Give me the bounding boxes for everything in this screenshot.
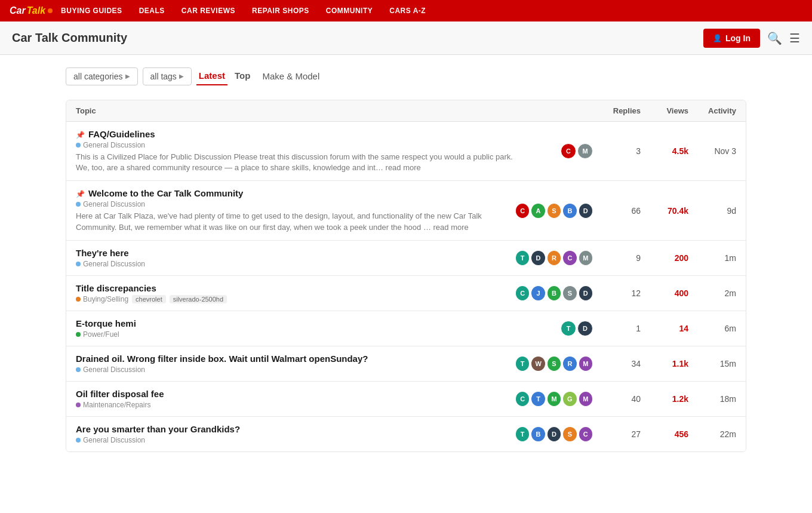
- table-row: E-torque hemi Power/Fuel T D 1 14 6m: [66, 311, 746, 346]
- col-activity: Activity: [688, 106, 736, 115]
- topic-category[interactable]: Power/Fuel: [76, 330, 119, 339]
- topic-title[interactable]: Are you smarter than your Grandkids?: [76, 424, 240, 434]
- avatar: D: [531, 250, 545, 266]
- avatars-cell: T B D S C: [515, 426, 593, 442]
- avatar: G: [562, 391, 577, 407]
- topic-category[interactable]: Maintenance/Repairs: [76, 401, 150, 409]
- avatar: C: [515, 391, 530, 407]
- avatar: S: [562, 426, 577, 442]
- site-logo[interactable]: Car Talk: [10, 5, 53, 16]
- table-row: They're here General Discussion T D R C …: [66, 241, 746, 276]
- avatars-cell: C A S B D: [515, 203, 593, 219]
- topic-cell: Drained oil. Wrong filter inside box. Wa…: [76, 354, 515, 374]
- replies-cell: 3: [593, 146, 641, 156]
- avatar: M: [579, 356, 593, 371]
- avatar: B: [547, 285, 561, 301]
- topic-title[interactable]: Welcome to the Car Talk Community: [88, 188, 244, 198]
- activity-cell: 2m: [688, 288, 736, 298]
- avatars-cell: C T M G M: [515, 391, 593, 407]
- login-button[interactable]: Log In: [703, 29, 760, 48]
- tab-latest[interactable]: Latest: [196, 67, 227, 85]
- search-icon[interactable]: 🔍: [767, 31, 782, 45]
- replies-cell: 66: [593, 206, 641, 216]
- table-row: Drained oil. Wrong filter inside box. Wa…: [66, 346, 746, 382]
- topic-category[interactable]: Buying/Selling: [76, 295, 128, 303]
- views-cell: 400: [641, 288, 688, 298]
- avatar: T: [515, 250, 530, 266]
- views-cell: 70.4k: [641, 206, 688, 216]
- topic-category[interactable]: General Discussion: [76, 200, 145, 208]
- avatar: B: [562, 203, 577, 219]
- avatar: C: [561, 143, 576, 159]
- avatar: M: [579, 250, 593, 266]
- topic-cell: Oil filter disposal fee Maintenance/Repa…: [76, 389, 515, 409]
- sub-header: Car Talk Community Log In 🔍 ☰: [0, 21, 812, 55]
- topic-tag: chevrolet: [132, 295, 166, 303]
- main-content: all categories ▶ all tags ▶ Latest Top M…: [54, 55, 758, 464]
- topic-cell: Title discrepancies Buying/Selling chevr…: [76, 283, 515, 303]
- topic-cell: Are you smarter than your Grandkids? Gen…: [76, 424, 515, 444]
- avatars-cell: C M: [515, 143, 593, 159]
- table-header: Topic Replies Views Activity: [66, 100, 746, 122]
- topic-category[interactable]: General Discussion: [76, 141, 145, 149]
- replies-cell: 27: [593, 429, 641, 439]
- avatar: M: [577, 143, 593, 159]
- topic-cell: E-torque hemi Power/Fuel: [76, 318, 515, 339]
- nav-community[interactable]: COMMUNITY: [318, 7, 382, 15]
- topic-title[interactable]: Drained oil. Wrong filter inside box. Wa…: [76, 354, 368, 364]
- avatar: D: [579, 203, 593, 219]
- avatar: C: [515, 285, 530, 301]
- avatar: S: [547, 356, 561, 371]
- nav-deals[interactable]: DEALS: [131, 7, 173, 15]
- table-row: 📌 FAQ/Guidelines General Discussion This…: [66, 122, 746, 181]
- topic-cell: 📌 Welcome to the Car Talk Community Gene…: [76, 188, 515, 232]
- avatar: S: [562, 285, 577, 301]
- topic-category[interactable]: General Discussion: [76, 260, 145, 268]
- views-cell: 456: [641, 429, 688, 439]
- activity-cell: 1m: [688, 253, 736, 263]
- avatars-cell: T D: [515, 321, 593, 336]
- nav-buying-guides[interactable]: BUYING GUIDES: [53, 7, 131, 15]
- topic-title[interactable]: Title discrepancies: [76, 283, 156, 293]
- views-cell: 1.1k: [641, 359, 688, 368]
- hamburger-icon[interactable]: ☰: [789, 31, 800, 45]
- avatar: J: [531, 285, 545, 301]
- categories-filter[interactable]: all categories ▶: [66, 67, 138, 85]
- nav-car-reviews[interactable]: CAR REVIEWS: [173, 7, 244, 15]
- tags-filter[interactable]: all tags ▶: [143, 67, 192, 85]
- avatar: R: [547, 250, 561, 266]
- replies-cell: 9: [593, 253, 641, 263]
- categories-label: all categories: [73, 72, 123, 81]
- topic-category[interactable]: General Discussion: [76, 436, 145, 444]
- tab-top[interactable]: Top: [232, 67, 253, 85]
- col-views: Views: [641, 106, 688, 115]
- avatar: M: [579, 391, 593, 407]
- topic-title[interactable]: They're here: [76, 248, 129, 258]
- col-avatars-header: [515, 106, 593, 115]
- tags-label: all tags: [150, 72, 177, 81]
- activity-cell: 15m: [688, 359, 736, 368]
- replies-cell: 1: [593, 324, 641, 333]
- topic-category[interactable]: General Discussion: [76, 365, 145, 374]
- pin-icon: 📌: [76, 131, 85, 139]
- topic-title[interactable]: Oil filter disposal fee: [76, 389, 164, 399]
- topics-table: Topic Replies Views Activity 📌 FAQ/Guide…: [66, 100, 746, 452]
- col-replies: Replies: [593, 106, 641, 115]
- topic-title[interactable]: E-torque hemi: [76, 318, 136, 328]
- topic-title[interactable]: FAQ/Guidelines: [88, 129, 155, 139]
- activity-cell: 18m: [688, 394, 736, 404]
- avatars-cell: T W S R M: [515, 356, 593, 371]
- avatar: T: [561, 321, 576, 336]
- nav-repair-shops[interactable]: REPAIR SHOPS: [244, 7, 318, 15]
- views-cell: 14: [641, 324, 688, 333]
- activity-cell: Nov 3: [688, 146, 736, 156]
- tab-make-model[interactable]: Make & Model: [260, 67, 322, 85]
- avatar: T: [515, 426, 530, 442]
- topic-cell: 📌 FAQ/Guidelines General Discussion This…: [76, 129, 515, 173]
- logo-dot: [48, 8, 53, 13]
- avatar: D: [577, 321, 593, 336]
- nav-cars-az[interactable]: CARS A-Z: [381, 7, 434, 15]
- views-cell: 200: [641, 253, 688, 263]
- avatars-cell: T D R C M: [515, 250, 593, 266]
- topic-tag: silverado-2500hd: [170, 295, 227, 303]
